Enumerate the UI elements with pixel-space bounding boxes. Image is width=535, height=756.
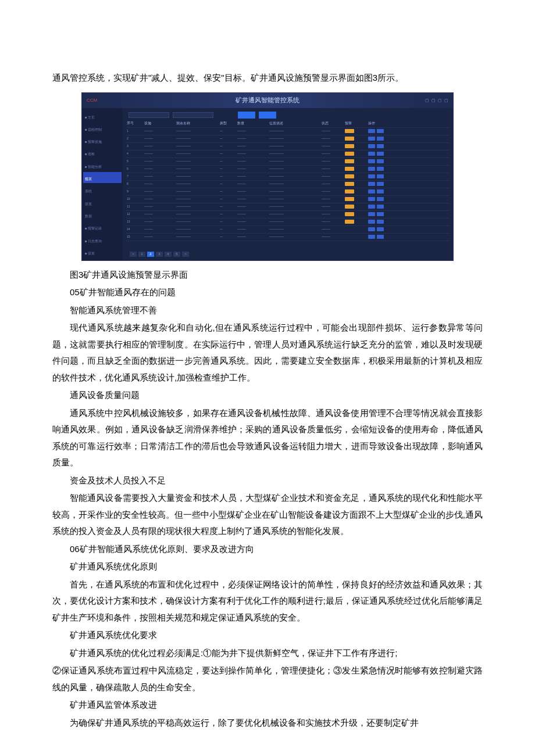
table-row[interactable]: 1————————————————————: [126, 128, 450, 135]
filter-input[interactable]: [173, 112, 213, 118]
pager-next[interactable]: >: [182, 252, 189, 257]
table-row[interactable]: 6————————————————————: [126, 166, 450, 173]
table-row[interactable]: 5————————————————————: [126, 158, 450, 166]
pager-page[interactable]: 1: [138, 252, 145, 257]
row-action-button[interactable]: [368, 129, 375, 133]
row-action-button[interactable]: [368, 159, 375, 163]
tool-icon[interactable]: ▢: [444, 96, 448, 104]
row-action-button[interactable]: [377, 159, 384, 163]
sidebar-item[interactable]: ■ 报警记录: [83, 221, 122, 232]
row-action-button[interactable]: [368, 174, 375, 178]
row-action-button[interactable]: [368, 205, 375, 209]
table-cell: ———: [237, 234, 269, 240]
table-cell: ———: [237, 204, 269, 210]
tool-icon[interactable]: ▢: [438, 96, 442, 104]
warning-badge: [345, 167, 354, 171]
row-action-button[interactable]: [368, 220, 375, 224]
sidebar-item[interactable]: ■ 主页: [83, 110, 122, 121]
row-action-button[interactable]: [377, 189, 384, 194]
table-header-cell: 位置描述: [269, 120, 321, 127]
table-cell: —: [219, 189, 237, 195]
table-cell: [344, 159, 368, 163]
row-action-button[interactable]: [377, 227, 384, 231]
table-row[interactable]: 13————————————————————: [126, 218, 450, 226]
row-action-button[interactable]: [377, 182, 384, 186]
table-cell: ———: [321, 144, 344, 149]
sidebar-item[interactable]: ■ 设置: [83, 246, 122, 257]
row-action-button[interactable]: [368, 144, 375, 148]
table-cell: —————: [176, 189, 219, 195]
row-action-button[interactable]: [377, 129, 384, 133]
table-cell: 9: [126, 189, 144, 195]
table-row[interactable]: 7————————————————————: [126, 173, 450, 181]
tool-icon[interactable]: ▢: [425, 96, 429, 104]
table-header-cell: 设施: [144, 120, 176, 127]
sidebar-item-active[interactable]: 报表: [83, 172, 122, 183]
sidebar-item[interactable]: ■ 日志查询: [83, 234, 122, 245]
row-action-button[interactable]: [377, 137, 384, 141]
section-06-title: 06矿井智能通风系统优化原则、要求及改进方向: [52, 541, 483, 558]
pager-page[interactable]: 4: [165, 252, 172, 257]
search-button[interactable]: [238, 112, 255, 119]
table-cell: 2: [126, 136, 144, 142]
row-action-button[interactable]: [368, 235, 375, 239]
table-cell: —————: [269, 219, 321, 225]
table-cell: —————: [269, 174, 321, 180]
row-action-button[interactable]: [368, 227, 375, 231]
table-cell: —————: [269, 136, 321, 142]
row-action-button[interactable]: [368, 167, 375, 171]
row-action-button[interactable]: [368, 152, 375, 156]
row-action-button[interactable]: [368, 137, 375, 141]
row-action-button[interactable]: [377, 205, 384, 209]
table-cell: ———: [144, 144, 176, 149]
table-cell: —————: [269, 181, 321, 187]
table-row[interactable]: 14————————————————————: [126, 226, 450, 234]
row-action-button[interactable]: [377, 174, 384, 178]
table-cell: ———: [237, 196, 269, 202]
pager-page[interactable]: 5: [173, 252, 180, 257]
table-row[interactable]: 12————————————————————: [126, 211, 450, 218]
row-action-button[interactable]: [368, 197, 375, 201]
table-cell: [368, 182, 402, 186]
filter-input[interactable]: [129, 112, 169, 118]
row-action-button[interactable]: [368, 189, 375, 194]
table-cell: ———: [144, 212, 176, 217]
table-row[interactable]: 8————————————————————: [126, 181, 450, 188]
row-action-button[interactable]: [377, 220, 384, 224]
table-row[interactable]: 9————————————————————: [126, 188, 450, 196]
row-action-button[interactable]: [368, 182, 375, 186]
table-row[interactable]: 10————————————————————: [126, 196, 450, 203]
table-cell: —: [219, 151, 237, 157]
table-row[interactable]: 3————————————————————: [126, 143, 450, 151]
tool-icon[interactable]: ▢: [431, 96, 436, 104]
alarm-table: 序号设施测点名称类型数值位置描述状态预警操作1—————————————————…: [126, 120, 450, 250]
row-action-button[interactable]: [377, 167, 384, 171]
warning-badge: [345, 152, 354, 156]
sidebar-item[interactable]: ■ 远程控制: [83, 123, 122, 134]
row-action-button[interactable]: [368, 212, 375, 216]
table-cell: —————: [269, 196, 321, 202]
table-row[interactable]: 11————————————————————: [126, 203, 450, 211]
pager-prev[interactable]: <: [130, 252, 137, 257]
sidebar-item[interactable]: ■ 巡检: [83, 147, 122, 158]
sidebar-item[interactable]: ■ 智能分析: [83, 160, 122, 171]
reset-button[interactable]: [259, 112, 276, 119]
pager-page[interactable]: 3: [156, 252, 163, 257]
table-row[interactable]: 15————————————————————: [126, 234, 450, 241]
pager-page-active[interactable]: 2: [147, 252, 154, 257]
table-cell: 10: [126, 196, 144, 202]
sidebar-item[interactable]: 数据: [83, 209, 122, 220]
row-action-button[interactable]: [377, 197, 384, 201]
table-cell: —————: [176, 128, 219, 134]
row-action-button[interactable]: [377, 235, 384, 239]
table-cell: ———: [321, 212, 344, 217]
row-action-button[interactable]: [377, 212, 384, 216]
warning-badge: [345, 182, 354, 186]
table-row[interactable]: 4————————————————————: [126, 151, 450, 158]
row-action-button[interactable]: [377, 144, 384, 148]
sidebar-item[interactable]: ■ 预警设施: [83, 135, 122, 146]
row-action-button[interactable]: [377, 152, 384, 156]
sidebar-item[interactable]: 设置: [83, 197, 122, 208]
table-row[interactable]: 2————————————————————: [126, 135, 450, 143]
sidebar-item[interactable]: 系统: [83, 184, 122, 195]
